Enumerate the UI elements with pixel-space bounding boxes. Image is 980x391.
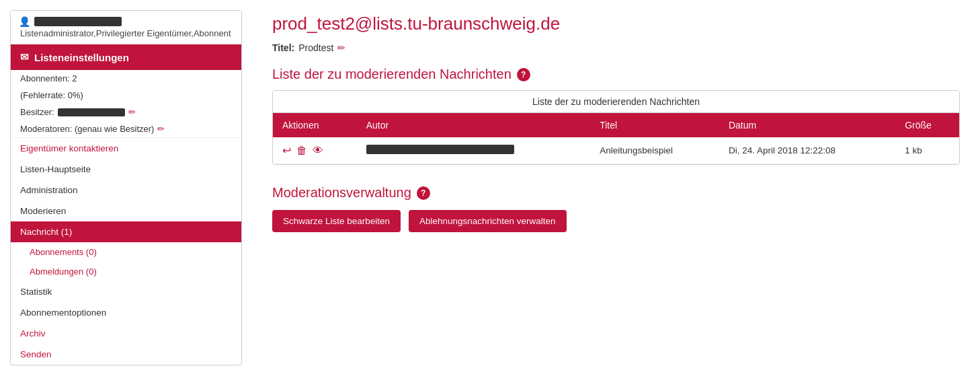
eye-icon[interactable]: 👁 xyxy=(313,145,323,157)
table-header-row: Aktionen Autor Titel Datum Größe xyxy=(273,113,959,137)
section1-help-icon[interactable]: ? xyxy=(517,68,530,81)
section2-heading: Moderationsverwaltung ? xyxy=(272,185,960,201)
moderation-table-wrapper: Liste der zu moderierenden Nachrichten A… xyxy=(272,90,960,165)
sidebar-subitem-abonnements[interactable]: Abonnements (0) xyxy=(11,242,241,262)
title-edit-icon[interactable]: ✏ xyxy=(337,42,345,53)
sidebar-info-section: Abonnenten: 2 (Fehlerrate: 0%) Besitzer:… xyxy=(11,70,241,138)
author-redacted xyxy=(366,145,514,154)
moderationsverwaltung-section: Moderationsverwaltung ? Schwarze Liste b… xyxy=(272,185,960,232)
th-datum: Datum xyxy=(719,113,895,137)
moderatoren-edit-icon[interactable]: ✏ xyxy=(157,124,165,134)
td-aktionen: ↩ 🗑 👁 xyxy=(273,137,357,164)
sidebar-user: 👤 Listenadministrator,Privilegierter Eig… xyxy=(11,11,241,44)
th-autor: Autor xyxy=(357,113,591,137)
user-role: Listenadministrator,Privilegierter Eigen… xyxy=(19,28,233,38)
sidebar-item-senden[interactable]: Senden xyxy=(11,344,241,365)
moderation-table: Aktionen Autor Titel Datum Größe ↩ 🗑 👁 xyxy=(273,113,959,164)
sidebar-info-abonnenten: Abonnenten: 2 xyxy=(11,70,241,87)
sidebar-subitem-nachricht[interactable]: Nachricht (1) xyxy=(11,221,241,242)
sidebar-item-listen-hauptseite[interactable]: Listen-Hauptseite xyxy=(11,159,241,180)
th-titel: Titel xyxy=(590,113,719,137)
user-name-redacted xyxy=(34,17,122,26)
td-datum: Di, 24. April 2018 12:22:08 xyxy=(719,137,895,164)
td-titel: Anleitungsbeispiel xyxy=(590,137,719,164)
sidebar-item-statistik[interactable]: Statistik xyxy=(11,281,241,302)
sidebar-header: ✉ Listeneinstellungen xyxy=(11,44,241,70)
section1-heading: Liste der zu moderierenden Nachrichten ? xyxy=(272,67,960,82)
sidebar-info-fehlerrate: (Fehlerrate: 0%) xyxy=(11,87,241,104)
forward-icon[interactable]: ↩ xyxy=(282,144,291,157)
besitzer-edit-icon[interactable]: ✏ xyxy=(128,107,136,117)
sidebar-item-eigentuemer[interactable]: Eigentümer kontaktieren xyxy=(11,138,241,159)
td-autor xyxy=(357,137,591,164)
sidebar-header-label: Listeneinstellungen xyxy=(34,52,129,63)
sidebar-item-administration[interactable]: Administration xyxy=(11,180,241,201)
main-content: prod_test2@lists.tu-braunschweig.de Tite… xyxy=(252,0,980,391)
envelope-icon: ✉ xyxy=(20,51,29,63)
sidebar-nav: Eigentümer kontaktieren Listen-Hauptseit… xyxy=(11,138,241,365)
title-value: Prodtest xyxy=(298,42,333,53)
schwarze-liste-button[interactable]: Schwarze Liste bearbeiten xyxy=(272,210,401,232)
sidebar-item-abonnementoptionen[interactable]: Abonnementoptionen xyxy=(11,302,241,323)
action-icons: ↩ 🗑 👁 xyxy=(282,144,348,157)
title-label: Titel: xyxy=(272,42,294,53)
section2-help-icon[interactable]: ? xyxy=(417,186,430,200)
table-caption: Liste der zu moderierenden Nachrichten xyxy=(273,91,959,113)
ablehnungsnachrichten-button[interactable]: Ablehnungsnachrichten verwalten xyxy=(409,210,567,232)
sidebar-subitem-abmeldungen[interactable]: Abmeldungen (0) xyxy=(11,262,241,281)
table-row: ↩ 🗑 👁 Anleitungsbeispiel Di, 24. April 2… xyxy=(273,137,959,164)
trash-icon[interactable]: 🗑 xyxy=(296,145,307,157)
page-title: prod_test2@lists.tu-braunschweig.de xyxy=(272,13,960,34)
th-aktionen: Aktionen xyxy=(273,113,357,137)
sidebar-info-moderatoren: Moderatoren: (genau wie Besitzer) ✏ xyxy=(11,120,241,137)
th-groesse: Größe xyxy=(895,113,959,137)
sidebar-info-besitzer: Besitzer: ✏ xyxy=(11,104,241,120)
sidebar-user-name-row: 👤 xyxy=(19,16,233,27)
user-icon: 👤 xyxy=(19,16,30,27)
besitzer-redacted xyxy=(58,108,125,116)
sidebar-item-archiv[interactable]: Archiv xyxy=(11,323,241,344)
title-row: Titel: Prodtest ✏ xyxy=(272,42,960,53)
sidebar: 👤 Listenadministrator,Privilegierter Eig… xyxy=(10,10,242,365)
sidebar-item-moderieren[interactable]: Moderieren xyxy=(11,201,241,221)
td-groesse: 1 kb xyxy=(895,137,959,164)
